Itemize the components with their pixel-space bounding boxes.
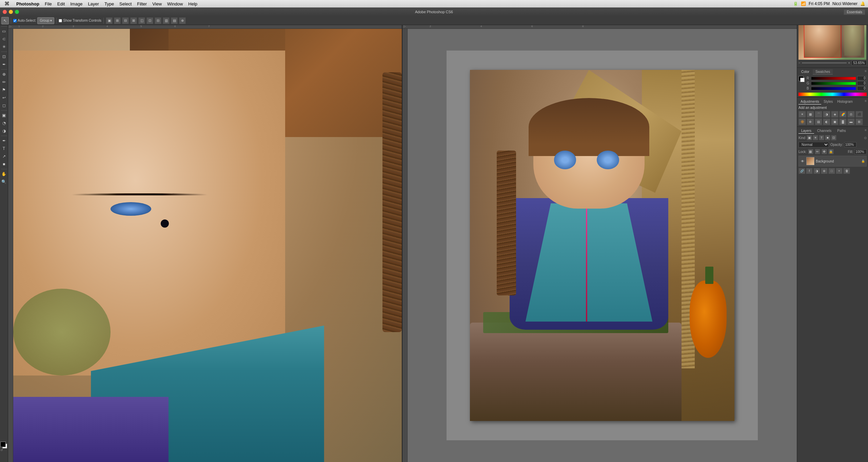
red-value[interactable] bbox=[857, 76, 867, 80]
color-spectrum-bar[interactable] bbox=[798, 93, 867, 96]
adj-bw[interactable]: ⬛ bbox=[855, 111, 863, 118]
adj-gradientmap[interactable]: ▬ bbox=[847, 118, 855, 125]
essentials-button[interactable]: Essentials bbox=[844, 9, 865, 15]
blue-value[interactable] bbox=[857, 86, 867, 91]
filter-adjustment-icon[interactable]: ☀ bbox=[813, 135, 818, 140]
canvas-left[interactable] bbox=[13, 29, 402, 462]
menu-layer[interactable]: Layer bbox=[85, 0, 102, 7]
apple-menu[interactable]: ⌘ bbox=[0, 1, 14, 7]
color-panel-menu[interactable]: ≡ bbox=[865, 69, 867, 75]
hand-tool[interactable]: ✋ bbox=[0, 170, 8, 178]
arrange-btn-8[interactable]: ▥ bbox=[163, 17, 170, 24]
adj-curves[interactable]: ⌒ bbox=[815, 111, 822, 118]
layer-link-btn[interactable]: 🔗 bbox=[798, 168, 805, 174]
zoom-tool[interactable]: 🔍 bbox=[0, 178, 8, 186]
color-tab-color[interactable]: Color bbox=[798, 69, 812, 75]
layer-new-btn[interactable]: + bbox=[836, 168, 843, 174]
layer-delete-btn[interactable]: 🗑 bbox=[843, 168, 850, 174]
lock-transparent-btn[interactable]: ▦ bbox=[808, 149, 813, 154]
layer-group-btn[interactable]: □ bbox=[828, 168, 835, 174]
blend-mode-select[interactable]: Normal Multiply Screen bbox=[798, 142, 829, 148]
green-slider[interactable] bbox=[811, 82, 856, 85]
adj-selectivecolor[interactable]: ⊞ bbox=[855, 118, 863, 125]
arrange-btn-9[interactable]: ▤ bbox=[171, 17, 178, 24]
dodge-tool[interactable]: ◑ bbox=[0, 127, 8, 135]
blue-slider[interactable] bbox=[811, 87, 856, 90]
foreground-color[interactable] bbox=[0, 442, 6, 447]
adj-exposure[interactable]: ◑ bbox=[823, 111, 830, 118]
gradient-tool[interactable]: ▣ bbox=[0, 112, 8, 119]
layer-background[interactable]: 👁 Background 🔒 bbox=[798, 156, 867, 167]
adjustments-menu-icon[interactable]: ≡ bbox=[865, 99, 867, 104]
layer-mask-btn[interactable]: ◑ bbox=[813, 168, 820, 174]
tab-styles[interactable]: Styles bbox=[822, 99, 835, 104]
menu-image[interactable]: Image bbox=[67, 0, 85, 7]
adj-posterize[interactable]: ▣ bbox=[831, 118, 839, 125]
adj-channel-mixer[interactable]: ⊕ bbox=[807, 118, 814, 125]
canvas-right[interactable] bbox=[408, 29, 797, 462]
menu-help[interactable]: Help bbox=[185, 0, 200, 7]
layer-style-btn[interactable]: f bbox=[806, 168, 813, 174]
arrange-btn-10[interactable]: ⊕ bbox=[179, 17, 186, 24]
tab-layers[interactable]: Layers bbox=[798, 128, 814, 134]
color-tab-swatches[interactable]: Swatches bbox=[813, 69, 833, 75]
crop-tool[interactable]: ⊡ bbox=[0, 53, 8, 60]
healing-brush-tool[interactable]: ⊕ bbox=[0, 71, 8, 78]
menu-photoshop[interactable]: Photoshop bbox=[14, 0, 42, 7]
shape-tool[interactable]: ■ bbox=[0, 160, 8, 168]
layer-visibility-icon[interactable]: 👁 bbox=[800, 159, 805, 163]
adj-levels[interactable]: ▦ bbox=[807, 111, 814, 118]
red-slider[interactable] bbox=[811, 77, 856, 80]
arrange-btn-3[interactable]: ⊟ bbox=[122, 17, 129, 24]
filter-type-icon[interactable]: T bbox=[819, 135, 824, 140]
auto-select-dropdown[interactable]: Group▾ bbox=[37, 17, 54, 24]
brush-tool[interactable]: ✏ bbox=[0, 78, 8, 86]
selection-tool[interactable]: ▭ bbox=[0, 27, 8, 35]
move-tool-icon[interactable]: ↖ bbox=[1, 17, 9, 24]
auto-select-checkbox[interactable]: Auto-Select: bbox=[13, 19, 36, 22]
adj-brightness[interactable]: ☀ bbox=[798, 111, 806, 118]
show-transform-checkbox[interactable]: Show Transform Controls bbox=[59, 19, 101, 22]
zoom-input[interactable] bbox=[851, 60, 867, 65]
fill-input[interactable] bbox=[854, 149, 867, 154]
arrange-btn-5[interactable]: ◫ bbox=[138, 17, 145, 24]
tab-paths[interactable]: Paths bbox=[834, 128, 849, 134]
arrange-btn-6[interactable]: ⊡ bbox=[146, 17, 153, 24]
lock-all-btn[interactable]: 🔒 bbox=[828, 149, 834, 154]
lock-image-btn[interactable]: ✏ bbox=[815, 149, 820, 154]
arrange-btn-4[interactable]: ⊠ bbox=[130, 17, 137, 24]
filter-smart-icon[interactable]: ⊡ bbox=[831, 135, 836, 140]
window-maximize-button[interactable] bbox=[15, 10, 19, 14]
window-minimize-button[interactable] bbox=[9, 10, 13, 14]
lasso-tool[interactable]: ⊂ bbox=[0, 35, 8, 43]
layer-filter-toggle[interactable]: ⊙ bbox=[864, 136, 867, 140]
green-value[interactable] bbox=[857, 81, 867, 85]
adj-threshold[interactable]: ▓ bbox=[839, 118, 847, 125]
eraser-tool[interactable]: ◻ bbox=[0, 102, 8, 109]
tab-histogram[interactable]: Histogram bbox=[835, 99, 855, 104]
blur-tool[interactable]: ◔ bbox=[0, 119, 8, 127]
menu-select[interactable]: Select bbox=[117, 0, 134, 7]
adj-vibrance[interactable]: ◈ bbox=[831, 111, 839, 118]
layer-adjustment-btn[interactable]: ⊕ bbox=[821, 168, 828, 174]
eyedropper-tool[interactable]: ✒ bbox=[0, 61, 8, 68]
tab-adjustments[interactable]: Adjustments bbox=[798, 99, 821, 104]
opacity-input[interactable] bbox=[844, 142, 856, 147]
arrange-btn-7[interactable]: ⊟ bbox=[155, 17, 161, 24]
menu-type[interactable]: Type bbox=[102, 0, 117, 7]
menu-edit[interactable]: Edit bbox=[55, 0, 67, 7]
zoom-in-icon[interactable]: + bbox=[848, 61, 850, 65]
filter-pixel-icon[interactable]: ▣ bbox=[807, 135, 812, 140]
clone-stamp-tool[interactable]: ⚑ bbox=[0, 86, 8, 94]
adj-hsl[interactable]: 🌈 bbox=[839, 111, 847, 118]
arrange-btn-1[interactable]: ▣ bbox=[106, 17, 113, 24]
zoom-out-icon[interactable]: − bbox=[798, 61, 801, 65]
history-brush-tool[interactable]: ↩ bbox=[0, 94, 8, 101]
adj-colorlookup[interactable]: ▤ bbox=[815, 118, 822, 125]
zoom-slider[interactable] bbox=[802, 62, 847, 63]
adj-photo-filter[interactable]: 🔆 bbox=[798, 118, 806, 125]
arrange-btn-2[interactable]: ⊞ bbox=[114, 17, 121, 24]
lock-position-btn[interactable]: ✥ bbox=[822, 149, 827, 154]
tab-channels[interactable]: Channels bbox=[814, 128, 834, 134]
path-selection-tool[interactable]: ↗ bbox=[0, 153, 8, 160]
